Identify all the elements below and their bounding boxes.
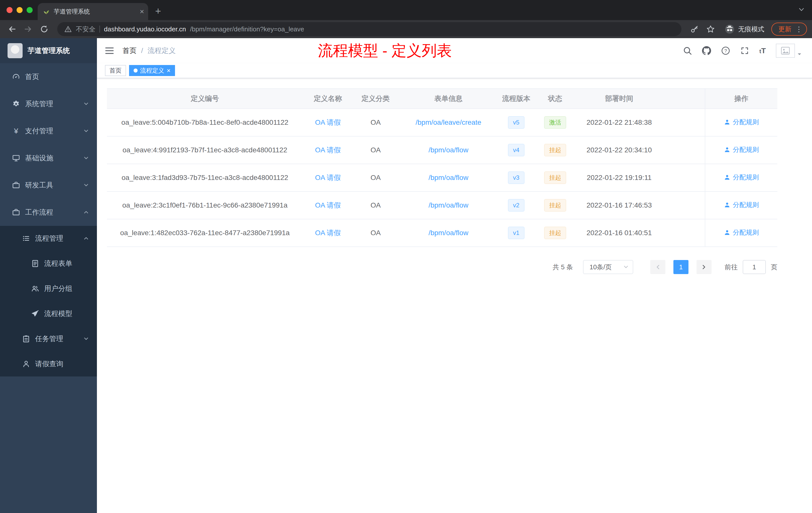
table-row: oa_leave:2:3c1f0ef1-76b1-11ec-9c66-a2380… bbox=[107, 191, 777, 219]
bookmark-star-icon[interactable] bbox=[703, 22, 718, 36]
definition-name-link[interactable]: OA 请假 bbox=[315, 201, 341, 209]
chrome-update-button[interactable]: 更新 ⋮ bbox=[771, 23, 807, 36]
goto-page-input[interactable] bbox=[743, 260, 766, 274]
tag-process-definition[interactable]: 流程定义 × bbox=[129, 65, 175, 76]
assign-rule-label: 分配规则 bbox=[733, 173, 759, 182]
sidebar-item-user-group[interactable]: 用户分组 bbox=[0, 276, 97, 301]
sidebar-item-process-model[interactable]: 流程模型 bbox=[0, 301, 97, 326]
form-link[interactable]: /bpm/oa/leave/create bbox=[415, 118, 481, 126]
deploy-time: 2022-01-22 19:19:11 bbox=[587, 174, 651, 181]
sidebar-label-user-group: 用户分组 bbox=[44, 284, 72, 293]
assign-rule-link[interactable]: 分配规则 bbox=[724, 173, 759, 182]
form-link[interactable]: /bpm/oa/flow bbox=[429, 146, 468, 154]
reload-button[interactable] bbox=[37, 22, 51, 36]
browser-toolbar: 不安全 dashboard.yudao.iocoder.cn/bpm/manag… bbox=[0, 20, 812, 38]
new-tab-button[interactable]: + bbox=[155, 6, 161, 16]
sidebar-item-devtools[interactable]: 研发工具 bbox=[0, 172, 97, 199]
url-host: dashboard.yudao.iocoder.cn bbox=[104, 25, 186, 33]
sidebar-item-infrastructure[interactable]: 基础设施 bbox=[0, 145, 97, 172]
window-minimize-button[interactable] bbox=[17, 7, 23, 13]
column-header-version: 流程版本 bbox=[499, 89, 534, 109]
logo-avatar bbox=[7, 43, 23, 58]
address-bar[interactable]: 不安全 dashboard.yudao.iocoder.cn/bpm/manag… bbox=[57, 22, 682, 36]
form-link[interactable]: /bpm/oa/flow bbox=[429, 174, 468, 181]
sidebar-item-payment[interactable]: ¥ 支付管理 bbox=[0, 117, 97, 145]
assign-rule-link[interactable]: 分配规则 bbox=[724, 145, 759, 154]
chevron-down-icon bbox=[83, 182, 89, 188]
pagination-total: 共 5 条 bbox=[553, 263, 573, 272]
sidebar-label-task-mgmt: 任务管理 bbox=[35, 334, 63, 343]
briefcase-icon bbox=[12, 181, 20, 189]
page-number-1[interactable]: 1 bbox=[673, 260, 689, 274]
chevron-down-icon bbox=[83, 155, 89, 161]
column-header-action: 操作 bbox=[705, 89, 777, 109]
definition-name-link[interactable]: OA 请假 bbox=[315, 229, 341, 237]
sidebar-collapse-icon[interactable] bbox=[105, 46, 115, 56]
sidebar-label-process-model: 流程模型 bbox=[44, 309, 72, 319]
goto-label: 前往 bbox=[725, 263, 738, 272]
sidebar-item-leave-query[interactable]: 请假查询 bbox=[0, 351, 97, 376]
chevron-down-icon bbox=[83, 101, 89, 107]
sidebar: 芋道管理系统 首页 系统管理 ¥ 支付管理 bbox=[0, 38, 97, 513]
back-button[interactable] bbox=[5, 22, 19, 36]
browser-window: 芋道管理系统 × + 不安全 dashboard.yudao.iocoder.c… bbox=[0, 0, 812, 513]
definition-name-link[interactable]: OA 请假 bbox=[315, 146, 341, 154]
user-icon bbox=[724, 202, 730, 208]
user-icon bbox=[724, 230, 730, 236]
tab-search-icon[interactable] bbox=[798, 6, 805, 13]
incognito-icon bbox=[725, 24, 735, 34]
chevron-down-icon bbox=[797, 52, 802, 57]
password-key-icon[interactable] bbox=[688, 22, 701, 36]
breadcrumb-current: 流程定义 bbox=[148, 46, 176, 56]
sidebar-label-process-form: 流程表单 bbox=[44, 259, 72, 268]
browser-menu-icon[interactable]: ⋮ bbox=[795, 25, 803, 33]
next-page-button[interactable] bbox=[696, 260, 712, 274]
definition-name-link[interactable]: OA 请假 bbox=[315, 174, 341, 181]
sidebar-item-home[interactable]: 首页 bbox=[0, 63, 97, 90]
breadcrumb-home[interactable]: 首页 bbox=[122, 46, 137, 56]
content-area: 定义编号 定义名称 定义分类 表单信息 流程版本 状态 部署时间 操作 oa_l… bbox=[97, 78, 812, 513]
tab-close-icon[interactable]: × bbox=[140, 8, 144, 15]
tag-home-label: 首页 bbox=[110, 66, 121, 74]
status-badge: 挂起 bbox=[544, 227, 566, 239]
tag-close-icon[interactable]: × bbox=[167, 67, 171, 74]
github-icon[interactable] bbox=[702, 46, 711, 55]
column-header-name: 定义名称 bbox=[303, 89, 353, 109]
sidebar-item-workflow[interactable]: 工作流程 bbox=[0, 199, 97, 226]
help-icon[interactable]: ? bbox=[721, 46, 730, 55]
page-size-select[interactable]: 10条/页 bbox=[583, 260, 633, 274]
app-logo[interactable]: 芋道管理系统 bbox=[0, 38, 97, 63]
font-size-icon[interactable]: tT bbox=[759, 47, 766, 55]
browser-tab[interactable]: 芋道管理系统 × bbox=[38, 3, 148, 20]
fullscreen-icon[interactable] bbox=[740, 46, 749, 55]
definition-category: OA bbox=[371, 201, 381, 209]
not-secure-label: 不安全 bbox=[76, 25, 95, 34]
form-link[interactable]: /bpm/oa/flow bbox=[429, 201, 468, 209]
paper-plane-icon bbox=[31, 310, 39, 318]
assign-rule-link[interactable]: 分配规则 bbox=[724, 118, 759, 126]
window-close-button[interactable] bbox=[6, 7, 12, 13]
assign-rule-label: 分配规则 bbox=[733, 228, 759, 237]
window-zoom-button[interactable] bbox=[27, 7, 33, 13]
prev-page-button[interactable] bbox=[650, 260, 665, 274]
logo-title: 芋道管理系统 bbox=[28, 46, 70, 56]
sidebar-item-process-mgmt[interactable]: 流程管理 bbox=[0, 226, 97, 251]
chevron-up-icon bbox=[83, 236, 89, 241]
sidebar-label-home: 首页 bbox=[25, 72, 39, 82]
sidebar-item-system[interactable]: 系统管理 bbox=[0, 90, 97, 117]
deploy-time: 2022-01-22 21:48:38 bbox=[586, 118, 652, 126]
version-badge: v5 bbox=[508, 116, 524, 129]
version-badge: v3 bbox=[508, 172, 524, 184]
assign-rule-link[interactable]: 分配规则 bbox=[724, 228, 759, 237]
forward-button[interactable] bbox=[21, 22, 35, 36]
form-link[interactable]: /bpm/oa/flow bbox=[429, 229, 468, 237]
sidebar-item-task-mgmt[interactable]: 任务管理 bbox=[0, 326, 97, 351]
assign-rule-link[interactable]: 分配规则 bbox=[724, 201, 759, 209]
sidebar-item-process-form[interactable]: 流程表单 bbox=[0, 251, 97, 276]
search-icon[interactable] bbox=[683, 46, 692, 55]
tag-home[interactable]: 首页 bbox=[105, 65, 126, 76]
user-menu[interactable] bbox=[776, 44, 802, 58]
deploy-time: 2022-01-16 17:46:53 bbox=[586, 201, 652, 209]
chevron-up-icon bbox=[83, 210, 89, 215]
definition-name-link[interactable]: OA 请假 bbox=[315, 118, 341, 126]
